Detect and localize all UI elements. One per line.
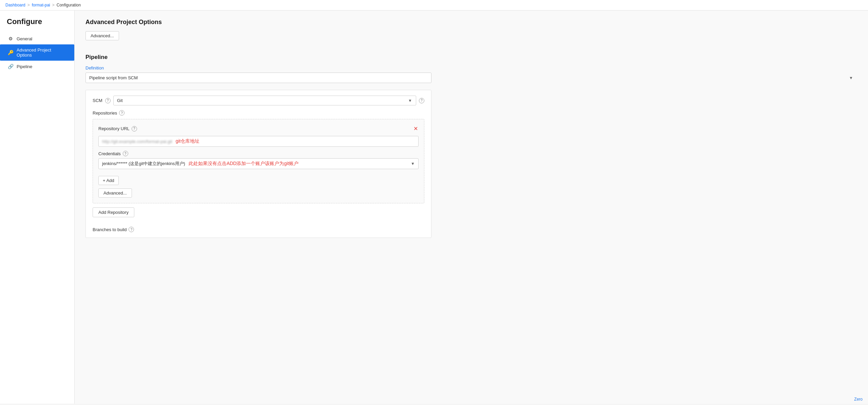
repo-url-input-container: http://git.example.com/format-pai.git gi…: [98, 136, 419, 147]
repo-url-blurred-value: http://git.example.com/format-pai.git: [99, 137, 176, 146]
breadcrumb-configuration: Configuration: [57, 3, 81, 7]
scm-help-icon[interactable]: ?: [105, 98, 111, 103]
zero-badge: Zero: [854, 397, 863, 402]
breadcrumb-sep-1: >: [27, 3, 30, 7]
repo-url-text: Repository URL: [98, 126, 130, 131]
breadcrumb-dashboard[interactable]: Dashboard: [5, 3, 25, 7]
sidebar-title: Configure: [0, 17, 74, 33]
scm-select[interactable]: Git None: [113, 96, 416, 105]
credentials-dropdown-arrow: ▼: [407, 159, 418, 168]
branches-label: Branches to build ?: [93, 227, 424, 232]
pipeline-section: Pipeline Definition Pipeline script from…: [85, 54, 857, 238]
sidebar-item-advanced-label: Advanced Project Options: [17, 47, 67, 58]
credentials-value-text: jenkins/****** (这是git中建立的jenkins用户): [99, 159, 189, 169]
sidebar-item-advanced-project-options[interactable]: 🔑 Advanced Project Options: [0, 44, 74, 61]
repo-url-help-icon[interactable]: ?: [132, 126, 137, 131]
breadcrumb-format-pai[interactable]: format-pai: [32, 3, 50, 7]
branches-text: Branches to build: [93, 227, 127, 232]
pipeline-heading: Pipeline: [85, 54, 857, 61]
scm-box: SCM ? Git None ▼ ? Repositories: [85, 90, 431, 238]
sidebar-item-pipeline-label: Pipeline: [17, 64, 32, 69]
credentials-select-container: jenkins/****** (这是git中建立的jenkins用户) 此处如果…: [98, 158, 419, 169]
sidebar: Configure ⚙ General 🔑 Advanced Project O…: [0, 11, 75, 404]
definition-label: Definition: [85, 65, 857, 70]
repo-advanced-button[interactable]: Advanced...: [98, 188, 132, 198]
credentials-section: Credentials ? jenkins/****** (这是git中建立的j…: [98, 151, 419, 169]
credentials-help-icon[interactable]: ?: [123, 151, 128, 156]
gear-icon: ⚙: [8, 36, 13, 41]
repo-close-button[interactable]: ✕: [413, 125, 419, 133]
advanced-project-options-heading: Advanced Project Options: [85, 19, 857, 26]
credentials-annotation: 此处如果没有点击ADD添加一个账户该账户为git账户: [189, 159, 407, 169]
sidebar-nav: ⚙ General 🔑 Advanced Project Options 🔗 P…: [0, 33, 74, 72]
sidebar-item-pipeline[interactable]: 🔗 Pipeline: [0, 61, 74, 72]
repo-card-header: Repository URL ? ✕: [98, 125, 419, 133]
credentials-text: Credentials: [98, 151, 121, 156]
content-area: Advanced Project Options Advanced... Pip…: [75, 11, 868, 404]
definition-select-wrapper: Pipeline script from SCM Pipeline script…: [85, 73, 857, 83]
breadcrumb-sep-2: >: [52, 3, 55, 7]
sidebar-item-general-label: General: [17, 36, 32, 41]
advanced-button[interactable]: Advanced...: [85, 31, 119, 40]
repositories-section: Repositories ? Repository URL ? ✕: [93, 110, 424, 232]
repositories-help-icon[interactable]: ?: [119, 110, 124, 116]
pipeline-icon: 🔗: [8, 64, 13, 69]
repo-url-annotation: git仓库地址: [176, 136, 418, 146]
sidebar-item-general[interactable]: ⚙ General: [0, 33, 74, 44]
repositories-text: Repositories: [93, 110, 117, 116]
add-repository-button[interactable]: Add Repository: [93, 207, 134, 217]
scm-select-help-icon[interactable]: ?: [419, 98, 424, 103]
advanced-project-options-section: Advanced Project Options Advanced...: [85, 19, 857, 51]
branches-help-icon[interactable]: ?: [129, 227, 134, 232]
breadcrumb: Dashboard > format-pai > Configuration: [0, 0, 868, 11]
scm-row: SCM ? Git None ▼ ?: [93, 96, 424, 105]
definition-select[interactable]: Pipeline script from SCM Pipeline script: [85, 73, 431, 83]
add-credentials-button[interactable]: + Add: [98, 176, 119, 185]
scm-select-wrapper: Git None ▼: [113, 96, 416, 105]
repositories-label: Repositories ?: [93, 110, 424, 116]
repo-url-label: Repository URL ?: [98, 126, 137, 131]
key-icon: 🔑: [8, 50, 13, 55]
scm-label: SCM: [93, 98, 102, 103]
credentials-label: Credentials ?: [98, 151, 419, 156]
repo-card: Repository URL ? ✕ http://git.example.co…: [93, 119, 424, 203]
definition-select-arrow: ▼: [849, 76, 853, 80]
